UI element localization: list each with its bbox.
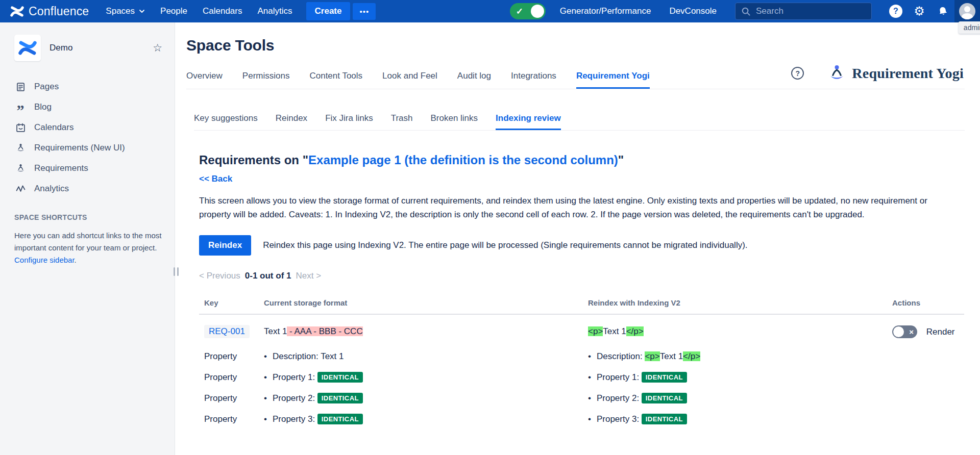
nav-item-people[interactable]: People bbox=[153, 0, 195, 22]
indexing-review-content: Requirements on "Example page 1 (the def… bbox=[186, 153, 965, 429]
table-row: Property •Property 2: IDENTICAL •Propert… bbox=[199, 388, 964, 409]
create-button[interactable]: Create bbox=[306, 2, 351, 20]
bullet: • bbox=[588, 414, 591, 424]
search-input[interactable] bbox=[756, 6, 866, 16]
tab-audit-log[interactable]: Audit log bbox=[457, 71, 491, 89]
subtab-indexing-review[interactable]: Indexing review bbox=[496, 113, 561, 130]
property-type: Property bbox=[199, 346, 259, 367]
next-page-link[interactable]: Next > bbox=[296, 271, 321, 281]
confluence-home-link[interactable]: Confluence bbox=[7, 5, 98, 18]
yogi-icon bbox=[14, 142, 27, 154]
sidebar-item-label: Calendars bbox=[34, 122, 74, 133]
sidebar-item-requirements-new-ui[interactable]: Requirements (New UI) bbox=[14, 138, 162, 158]
storage-text: Text 1 bbox=[264, 326, 287, 336]
property-label: Property 3: bbox=[273, 414, 317, 424]
heading-suffix: " bbox=[618, 153, 624, 167]
bullet: • bbox=[588, 393, 591, 403]
confluence-logo-icon bbox=[10, 5, 24, 18]
storage-diff-removed: - AAA - BBB - CCC bbox=[287, 326, 362, 336]
property-label: Property 2: bbox=[273, 393, 317, 403]
subtab-broken-links[interactable]: Broken links bbox=[430, 113, 478, 130]
table-row: Property •Property 3: IDENTICAL •Propert… bbox=[199, 409, 964, 429]
star-icon[interactable]: ☆ bbox=[153, 42, 162, 54]
environment-toggle[interactable]: ✓ bbox=[510, 3, 546, 19]
v2-open-tag: <p> bbox=[588, 326, 603, 336]
screen-description: This screen allows you to view the stora… bbox=[199, 194, 960, 221]
sidebar-item-label: Blog bbox=[34, 102, 52, 112]
calendar-icon bbox=[14, 121, 27, 134]
tab-permissions[interactable]: Permissions bbox=[242, 71, 290, 89]
help-icon[interactable]: ? bbox=[791, 67, 804, 80]
avatar bbox=[959, 3, 975, 19]
sidebar-item-calendars[interactable]: Calendars bbox=[14, 117, 162, 138]
configure-sidebar-link[interactable]: Configure sidebar bbox=[14, 256, 75, 264]
create-more-button[interactable]: ••• bbox=[353, 3, 376, 20]
tabs-right-area: ? Requirement Yogi bbox=[791, 64, 964, 83]
notifications-button[interactable] bbox=[931, 0, 954, 22]
v2-close-tag: </p> bbox=[683, 351, 700, 361]
requirement-key-link[interactable]: REQ-001 bbox=[204, 325, 250, 338]
nav-link-generator-performance[interactable]: Generator/Performance bbox=[560, 6, 651, 16]
brand-name: Confluence bbox=[29, 5, 89, 18]
sidebar-resize-handle[interactable] bbox=[174, 267, 179, 276]
back-link[interactable]: << Back bbox=[199, 174, 232, 184]
identical-badge: IDENTICAL bbox=[642, 372, 687, 383]
property-type: Property bbox=[199, 409, 259, 429]
yogi-brand-icon bbox=[827, 64, 846, 83]
tab-requirement-yogi[interactable]: Requirement Yogi bbox=[576, 71, 650, 89]
identical-badge: IDENTICAL bbox=[317, 372, 363, 383]
bullet: • bbox=[264, 372, 267, 383]
blog-icon: ” bbox=[14, 101, 27, 113]
property-label: Description: bbox=[273, 351, 321, 361]
tab-overview[interactable]: Overview bbox=[186, 71, 223, 89]
main-content: Space Tools Overview Permissions Content… bbox=[175, 22, 980, 455]
subtab-key-suggestions[interactable]: Key suggestions bbox=[194, 113, 258, 130]
help-button[interactable]: ? bbox=[884, 0, 908, 22]
sidebar-item-analytics[interactable]: Analytics bbox=[14, 179, 162, 199]
chevron-down-icon bbox=[139, 8, 145, 14]
v2-text: Text 1 bbox=[603, 326, 626, 336]
previous-page-link[interactable]: < Previous bbox=[199, 271, 240, 281]
v2-close-tag: </p> bbox=[626, 326, 644, 336]
nav-item-calendars[interactable]: Calendars bbox=[195, 0, 250, 22]
tab-content-tools[interactable]: Content Tools bbox=[309, 71, 362, 89]
sidebar-item-pages[interactable]: Pages bbox=[14, 77, 162, 97]
render-label: Render bbox=[926, 326, 955, 336]
question-icon: ? bbox=[889, 5, 902, 18]
bullet: • bbox=[588, 372, 591, 383]
pages-icon bbox=[14, 81, 27, 93]
nav-link-devconsole[interactable]: DevConsole bbox=[669, 6, 717, 16]
check-icon: ✓ bbox=[516, 6, 523, 17]
shortcuts-period: . bbox=[75, 256, 77, 264]
profile-button[interactable] bbox=[954, 0, 980, 22]
render-toggle[interactable]: × bbox=[892, 325, 917, 338]
table-row: REQ-001 Text 1 - AAA - BBB - CCC <p>Text… bbox=[199, 314, 964, 346]
subtab-reindex[interactable]: Reindex bbox=[276, 113, 307, 130]
gear-icon: ⚙ bbox=[914, 5, 925, 17]
space-name: Demo bbox=[50, 43, 144, 53]
nav-item-spaces[interactable]: Spaces bbox=[98, 0, 153, 22]
toggle-knob bbox=[531, 5, 544, 18]
subtab-fix-jira-links[interactable]: Fix Jira links bbox=[325, 113, 373, 130]
requirement-yogi-wordmark: Requirement Yogi bbox=[852, 65, 964, 82]
sidebar-item-requirements[interactable]: Requirements bbox=[14, 158, 162, 179]
sidebar-item-label: Pages bbox=[34, 82, 59, 92]
property-value: Text 1 bbox=[321, 351, 344, 361]
tab-look-and-feel[interactable]: Look and Feel bbox=[382, 71, 437, 89]
sidebar-item-blog[interactable]: ” Blog bbox=[14, 97, 162, 117]
space-header: Demo ☆ bbox=[14, 35, 162, 61]
page-title: Space Tools bbox=[186, 37, 965, 54]
pagination: < Previous 0-1 out of 1 Next > bbox=[199, 271, 965, 281]
reindex-row: Reindex Reindex this page using Indexing… bbox=[199, 235, 965, 256]
space-shortcuts-text: Here you can add shortcut links to the m… bbox=[14, 230, 162, 266]
analytics-icon bbox=[14, 183, 27, 195]
settings-button[interactable]: ⚙ bbox=[908, 0, 931, 22]
identical-badge: IDENTICAL bbox=[642, 414, 687, 424]
subtab-trash[interactable]: Trash bbox=[391, 113, 413, 130]
nav-item-analytics[interactable]: Analytics bbox=[250, 0, 300, 22]
reindex-button[interactable]: Reindex bbox=[199, 235, 251, 256]
tab-integrations[interactable]: Integrations bbox=[511, 71, 556, 89]
page-link[interactable]: Example page 1 (the definition is the se… bbox=[308, 153, 618, 167]
search-box[interactable] bbox=[735, 3, 872, 20]
space-logo bbox=[14, 35, 41, 61]
